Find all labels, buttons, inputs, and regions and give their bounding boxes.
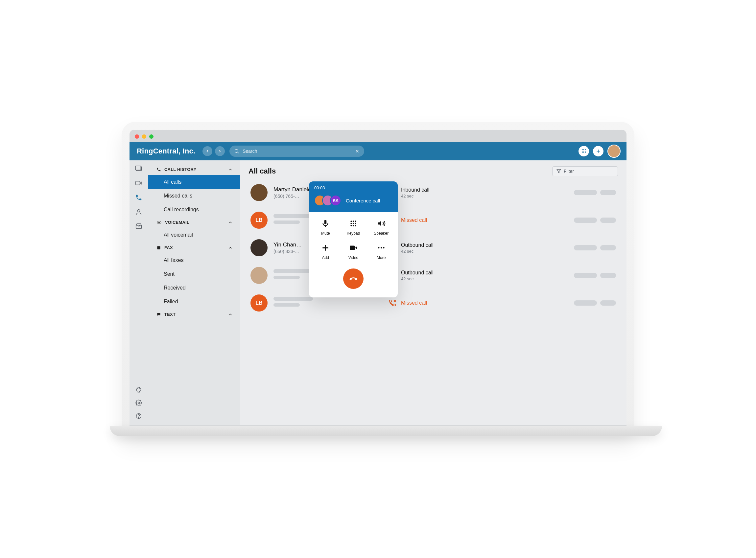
call-row[interactable]: Yin Chan… (650) 333-… Outbound call 42 s… <box>249 236 618 260</box>
svg-point-24 <box>157 222 159 223</box>
placeholder-pill <box>600 190 616 195</box>
mic-icon <box>321 219 330 228</box>
svg-point-49 <box>380 247 382 249</box>
sidebar-item-call-recordings[interactable]: Call recordings <box>148 203 240 217</box>
nav-phone[interactable] <box>135 194 142 201</box>
sidebar: CALL HISTORY All calls Missed calls Call… <box>148 160 240 425</box>
clear-search-icon[interactable] <box>355 149 360 153</box>
call-duration: 42 sec <box>401 249 433 254</box>
laptop-base <box>110 426 662 436</box>
call-row[interactable]: LB Missed call <box>249 208 618 232</box>
svg-point-6 <box>585 149 586 150</box>
window-controls <box>129 130 627 142</box>
svg-point-40 <box>350 225 352 226</box>
svg-marker-18 <box>140 182 142 184</box>
plus-icon <box>321 244 330 252</box>
avatar: LB <box>250 212 268 229</box>
svg-rect-16 <box>135 166 141 170</box>
dialpad-button[interactable] <box>579 146 589 156</box>
svg-point-4 <box>582 149 583 150</box>
placeholder-line <box>274 276 300 279</box>
svg-point-5 <box>583 149 584 150</box>
close-dot[interactable] <box>135 134 139 139</box>
placeholder-line <box>274 214 313 218</box>
caller-name: Martyn Daniele <box>274 186 311 193</box>
sidebar-item-missed-calls[interactable]: Missed calls <box>148 189 240 203</box>
hangup-icon <box>348 274 358 284</box>
sidebar-section-voicemail[interactable]: VOICEMAIL <box>148 217 240 228</box>
nav-back-button[interactable] <box>202 146 212 156</box>
call-title: Conference call <box>346 198 380 203</box>
sidebar-item-sent[interactable]: Sent <box>148 267 240 281</box>
sidebar-item-received[interactable]: Received <box>148 281 240 295</box>
call-timer: 00:03 <box>314 185 325 190</box>
keypad-button[interactable]: Keypad <box>339 219 368 236</box>
page-title: All calls <box>249 167 276 176</box>
nav-arrows <box>202 146 225 156</box>
svg-point-37 <box>350 223 352 224</box>
nav-contacts[interactable] <box>135 208 142 215</box>
svg-marker-47 <box>355 247 357 249</box>
svg-point-35 <box>353 221 354 222</box>
app-body: CALL HISTORY All calls Missed calls Call… <box>129 160 627 425</box>
svg-point-34 <box>350 221 352 222</box>
add-participant-button[interactable]: Add <box>311 244 339 260</box>
svg-point-0 <box>235 150 238 152</box>
placeholder-pill <box>600 300 616 306</box>
nav-apps[interactable] <box>135 386 142 393</box>
sidebar-section-label: VOICEMAIL <box>165 220 189 225</box>
sidebar-section-call-history[interactable]: CALL HISTORY <box>148 164 240 175</box>
svg-point-38 <box>353 223 354 224</box>
call-type: Outbound call <box>401 270 433 276</box>
avatar <box>250 239 268 256</box>
svg-rect-17 <box>136 181 140 185</box>
sidebar-section-text[interactable]: TEXT <box>148 309 240 320</box>
speaker-icon <box>377 219 385 228</box>
nav-video[interactable] <box>135 179 142 187</box>
sidebar-item-failed[interactable]: Failed <box>148 295 240 309</box>
svg-point-50 <box>383 247 384 249</box>
video-button[interactable]: Video <box>339 244 368 260</box>
svg-point-7 <box>582 151 583 152</box>
text-icon <box>156 312 161 317</box>
sidebar-item-all-calls[interactable]: All calls <box>148 175 240 189</box>
svg-point-42 <box>355 225 356 226</box>
svg-line-1 <box>238 152 238 153</box>
caller-phone: (650) 765-… <box>274 194 311 199</box>
svg-point-8 <box>583 151 584 152</box>
minimize-popup-button[interactable]: — <box>388 185 393 190</box>
speaker-button[interactable]: Speaker <box>367 219 395 236</box>
more-button[interactable]: More <box>367 244 395 260</box>
call-row[interactable]: Martyn Daniele (650) 765-… Inbound call … <box>249 181 618 204</box>
placeholder-pill <box>574 273 597 278</box>
new-button[interactable] <box>593 146 604 156</box>
sidebar-item-all-faxes[interactable]: All faxes <box>148 253 240 267</box>
nav-help[interactable] <box>135 413 142 419</box>
keypad-icon <box>349 219 358 228</box>
more-icon <box>377 244 385 252</box>
svg-point-12 <box>585 152 586 153</box>
voicemail-icon <box>156 220 162 225</box>
avatar: LB <box>250 295 268 311</box>
nav-forward-button[interactable] <box>215 146 225 156</box>
nav-messages[interactable] <box>135 165 142 172</box>
search-input[interactable] <box>243 149 352 154</box>
sidebar-section-fax[interactable]: FAX <box>148 242 240 253</box>
nav-settings[interactable] <box>135 400 142 406</box>
maximize-dot[interactable] <box>149 134 153 139</box>
sidebar-item-all-voicemail[interactable]: All voicemail <box>148 228 240 242</box>
placeholder-line <box>274 297 313 301</box>
fax-icon <box>156 246 161 250</box>
mute-button[interactable]: Mute <box>311 219 339 236</box>
hangup-button[interactable] <box>343 269 363 289</box>
profile-avatar[interactable] <box>607 145 621 158</box>
call-row[interactable]: Outbound call 42 sec <box>249 263 618 287</box>
sidebar-section-label: FAX <box>165 245 173 250</box>
phone-icon <box>156 167 161 172</box>
call-row[interactable]: LB Missed call <box>249 291 618 315</box>
filter-button[interactable]: Filter <box>552 166 618 176</box>
minimize-dot[interactable] <box>142 134 146 139</box>
svg-point-21 <box>138 402 140 404</box>
nav-inbox[interactable] <box>135 223 142 230</box>
search-field[interactable] <box>229 146 364 157</box>
